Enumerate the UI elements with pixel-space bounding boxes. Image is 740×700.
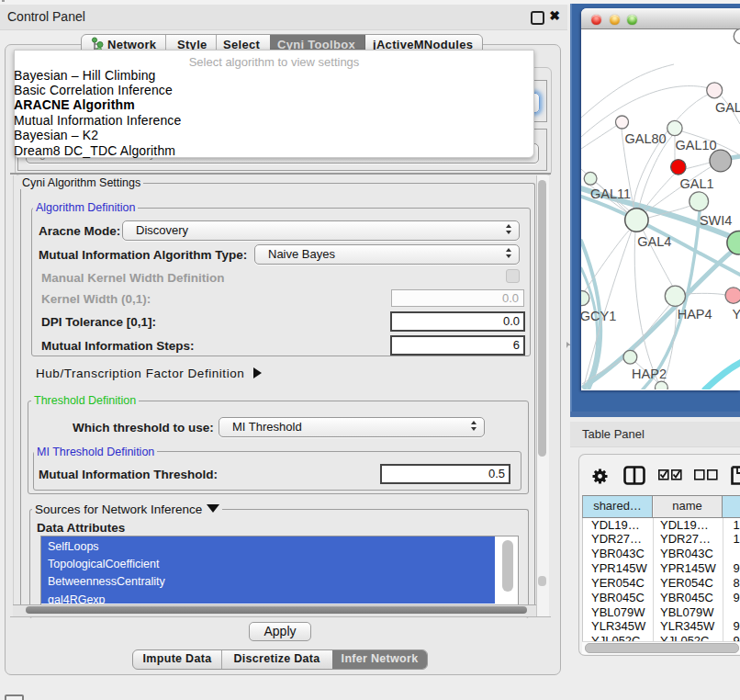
svg-text:GAL80: GAL80: [625, 131, 667, 146]
svg-text:HAP4: HAP4: [678, 307, 712, 322]
svg-text:GCY1: GCY1: [581, 309, 616, 323]
svg-text:GAL1: GAL1: [680, 176, 714, 191]
svg-text:HAP2: HAP2: [632, 367, 667, 381]
svg-text:GAL10: GAL10: [676, 138, 717, 152]
svg-text:GAL4: GAL4: [637, 234, 671, 249]
svg-text:GAL7: GAL7: [715, 100, 740, 115]
svg-text:SWI4: SWI4: [700, 213, 732, 228]
svg-text:GAL11: GAL11: [590, 186, 631, 201]
svg-text:YBR: YBR: [733, 307, 740, 322]
